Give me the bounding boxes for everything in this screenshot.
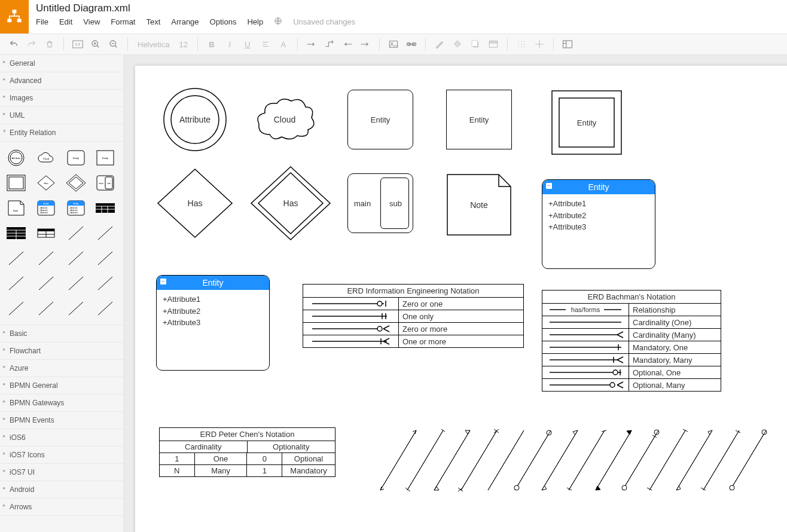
menu-help[interactable]: Help [247, 17, 263, 26]
font-color-button[interactable]: A [276, 36, 291, 52]
shape-attribute[interactable]: Attribute [159, 84, 231, 157]
link-button[interactable] [404, 36, 419, 52]
document-title[interactable]: Untitled Diagram.xml [36, 2, 355, 14]
shape-entity-blue-2[interactable]: −Entity +Attribute1 +Attribute2 +Attribu… [156, 275, 270, 371]
pal-table-small[interactable] [33, 222, 59, 244]
cat-ios7-ui[interactable]: iOS7 UI [0, 464, 124, 481]
pal-attribute[interactable]: Attribute [4, 146, 29, 169]
pal-entity-blue2[interactable]: Entity+Attribute1+Attribute2+Attribute3 [63, 197, 89, 219]
container-button[interactable] [486, 36, 501, 52]
pal-has-double[interactable] [63, 172, 89, 194]
pal-line11[interactable] [4, 297, 29, 320]
pal-line7[interactable] [4, 272, 29, 295]
cat-bpmn-gateways[interactable]: BPMN Gateways [0, 395, 124, 412]
stroke-color-button[interactable] [432, 36, 447, 52]
table-bachman[interactable]: ERD Bachman's Notation has/formsRelation… [542, 290, 721, 392]
shape-has[interactable]: Has [153, 164, 237, 244]
shape-entity[interactable]: Entity [446, 90, 512, 149]
pal-entity[interactable]: Entity [93, 146, 118, 169]
cat-images[interactable]: Images [0, 90, 124, 107]
cat-basic[interactable]: Basic [0, 325, 124, 343]
shape-note[interactable]: Note [446, 173, 512, 238]
cat-bpmn-events[interactable]: BPMN Events [0, 412, 124, 429]
menu-text[interactable]: Text [146, 17, 160, 26]
pal-line8[interactable] [33, 272, 59, 295]
grid-dots-button[interactable] [514, 36, 529, 52]
shape-main-sub[interactable]: main sub [347, 173, 413, 233]
bold-button[interactable]: B [204, 36, 219, 52]
menu-format[interactable]: Format [111, 17, 135, 26]
pal-line13[interactable] [63, 297, 89, 320]
pal-entity-round[interactable]: Entity [63, 146, 89, 169]
fill-color-button[interactable] [450, 36, 465, 52]
cat-ios6[interactable]: iOS6 [0, 429, 124, 447]
menu-arrange[interactable]: Arrange [171, 17, 199, 26]
shape-entity-round[interactable]: Entity [347, 90, 413, 149]
shape-has-double[interactable]: Has [249, 164, 333, 244]
pal-entity-blue[interactable]: Entity+Attribute1+Attribute2+Attribute3 [33, 197, 59, 219]
layout-button[interactable] [560, 36, 575, 52]
cat-uml[interactable]: UML [0, 107, 124, 124]
underline-button[interactable]: U [240, 36, 255, 52]
language-icon[interactable] [274, 17, 282, 27]
collapse-icon[interactable]: − [160, 279, 166, 285]
pal-line1[interactable] [63, 222, 89, 244]
pal-table-dark2[interactable] [4, 222, 29, 244]
pal-table-dark[interactable] [93, 197, 118, 219]
pal-line6[interactable] [93, 247, 118, 270]
pal-line4[interactable] [33, 247, 59, 270]
shadow-button[interactable] [468, 36, 483, 52]
menu-file[interactable]: File [36, 17, 48, 26]
zoom-out-button[interactable] [106, 36, 121, 52]
pal-line3[interactable] [4, 247, 29, 270]
table-chen[interactable]: ERD Peter Chen's Notation Cardinality Op… [159, 427, 335, 477]
zoom-in-button[interactable] [88, 36, 103, 52]
connector-lines[interactable] [374, 424, 769, 498]
pal-line2[interactable] [93, 222, 118, 244]
align-button[interactable] [258, 36, 273, 52]
menu-options[interactable]: Options [210, 17, 237, 26]
cat-general[interactable]: General [0, 55, 124, 72]
canvas[interactable]: Attribute Cloud Entity Entity Entity [135, 66, 787, 532]
cat-android[interactable]: Android [0, 481, 124, 499]
collapse-icon[interactable]: − [546, 183, 552, 189]
cat-entity-relation[interactable]: Entity Relation [0, 124, 124, 142]
shape-entity-blue-1[interactable]: −Entity +Attribute1 +Attribute2 +Attribu… [542, 179, 655, 269]
font-name[interactable]: Helvetica [134, 40, 173, 49]
pal-line5[interactable] [63, 247, 89, 270]
pal-main-sub[interactable]: mainsub [93, 172, 118, 194]
pal-line14[interactable] [93, 297, 118, 320]
cat-advanced[interactable]: Advanced [0, 72, 124, 90]
cat-azure[interactable]: Azure [0, 360, 124, 377]
table-ie-notation[interactable]: ERD Information Engineering Notation Zer… [303, 284, 524, 348]
connector-button[interactable] [304, 36, 319, 52]
italic-button[interactable]: I [222, 36, 237, 52]
image-button[interactable] [386, 36, 401, 52]
pal-cloud[interactable]: Cloud [33, 146, 59, 169]
undo-button[interactable] [6, 36, 22, 52]
canvas-area[interactable]: Attribute Cloud Entity Entity Entity [124, 55, 787, 532]
font-size[interactable]: 12 [175, 40, 191, 49]
arrow-start-button[interactable] [340, 36, 355, 52]
cat-flowchart[interactable]: Flowchart [0, 343, 124, 360]
pal-entity-double[interactable] [4, 172, 29, 194]
cat-ios7-icons[interactable]: iOS7 Icons [0, 447, 124, 464]
pal-line9[interactable] [63, 272, 89, 295]
pal-line10[interactable] [93, 272, 118, 295]
zoom-reset-button[interactable]: 1:1 [70, 36, 86, 52]
guides-button[interactable] [532, 36, 547, 52]
menu-edit[interactable]: Edit [59, 17, 72, 26]
shape-entity-double[interactable]: Entity [551, 90, 623, 157]
pal-has[interactable]: Has [33, 172, 59, 194]
redo-button[interactable] [24, 36, 39, 52]
pal-line12[interactable] [33, 297, 59, 320]
arrow-end-button[interactable] [358, 36, 373, 52]
pal-note[interactable]: Note [4, 197, 29, 219]
menu-view[interactable]: View [83, 17, 100, 26]
cat-arrows[interactable]: Arrows [0, 499, 124, 516]
shape-cloud[interactable]: Cloud [252, 93, 318, 148]
delete-button[interactable] [42, 36, 57, 52]
cat-bpmn-general[interactable]: BPMN General [0, 377, 124, 395]
app-logo[interactable] [0, 0, 29, 33]
waypoint-button[interactable] [322, 36, 337, 52]
